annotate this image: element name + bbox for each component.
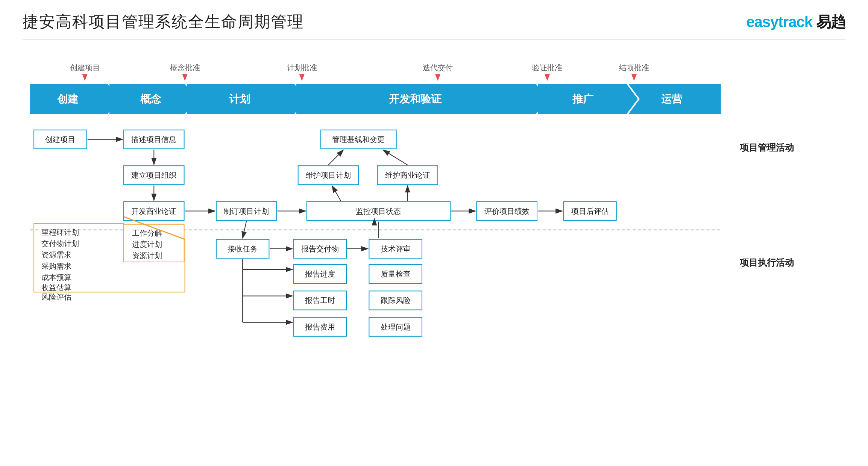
svg-text:风险评估: 风险评估 <box>41 293 71 301</box>
svg-text:质量检查: 质量检查 <box>381 270 411 278</box>
svg-text:计划批准: 计划批准 <box>287 64 317 72</box>
svg-text:资源计划: 资源计划 <box>132 251 162 260</box>
svg-text:交付物计划: 交付物计划 <box>41 239 79 248</box>
svg-line-44 <box>328 150 343 165</box>
svg-text:项目后评估: 项目后评估 <box>571 207 609 215</box>
svg-text:成本预算: 成本预算 <box>41 273 71 281</box>
svg-text:概念批准: 概念批准 <box>170 64 200 72</box>
svg-text:制订项目计划: 制订项目计划 <box>224 207 269 215</box>
svg-marker-11 <box>631 74 637 81</box>
svg-text:管理基线和变更: 管理基线和变更 <box>332 135 385 144</box>
svg-marker-3 <box>182 74 188 81</box>
svg-text:接收任务: 接收任务 <box>228 245 258 253</box>
svg-text:里程碑计划: 里程碑计划 <box>41 228 79 236</box>
svg-line-47 <box>383 150 408 165</box>
svg-text:报告进度: 报告进度 <box>305 270 335 278</box>
main-diagram: 创建项目 概念批准 计划批准 迭代交付 验证批准 结项批准 创建 概念 计划 开… <box>23 51 845 458</box>
page-title: 捷安高科项目管理系统全生命周期管理 <box>23 11 304 32</box>
logo: easytrack 易趋 <box>746 12 845 32</box>
svg-text:监控项目状态: 监控项目状态 <box>356 207 401 215</box>
svg-marker-5 <box>299 74 305 81</box>
svg-text:进度计划: 进度计划 <box>132 240 162 248</box>
page-container: 捷安高科项目管理系统全生命周期管理 easytrack 易趋 创建项目 概念批准… <box>0 0 868 466</box>
svg-text:处理问题: 处理问题 <box>381 323 411 331</box>
svg-text:收益估算: 收益估算 <box>41 283 71 292</box>
svg-text:创建项目: 创建项目 <box>70 64 100 72</box>
svg-text:建立项目组织: 建立项目组织 <box>131 171 176 179</box>
header: 捷安高科项目管理系统全生命周期管理 easytrack 易趋 <box>23 11 845 39</box>
svg-text:计划: 计划 <box>229 93 250 105</box>
svg-text:项目管理活动: 项目管理活动 <box>739 142 794 153</box>
svg-text:工作分解: 工作分解 <box>132 229 162 237</box>
svg-text:运营: 运营 <box>661 93 683 105</box>
svg-text:采购需求: 采购需求 <box>41 262 71 270</box>
svg-text:项目执行活动: 项目执行活动 <box>739 257 794 268</box>
svg-text:推广: 推广 <box>572 93 594 105</box>
svg-text:创建: 创建 <box>57 93 79 105</box>
svg-text:评价项目绩效: 评价项目绩效 <box>484 207 530 215</box>
svg-text:报告工时: 报告工时 <box>305 296 335 304</box>
svg-text:技术评审: 技术评审 <box>380 245 411 253</box>
svg-line-50 <box>332 186 341 201</box>
svg-text:开发和验证: 开发和验证 <box>388 93 442 105</box>
svg-text:维护项目计划: 维护项目计划 <box>306 171 351 179</box>
svg-text:开发商业论证: 开发商业论证 <box>131 207 176 215</box>
svg-marker-7 <box>435 74 440 81</box>
svg-text:验证批准: 验证批准 <box>532 64 562 72</box>
svg-text:跟踪风险: 跟踪风险 <box>381 296 411 304</box>
svg-text:迭代交付: 迭代交付 <box>423 64 453 72</box>
svg-text:概念: 概念 <box>140 93 162 105</box>
svg-text:资源需求: 资源需求 <box>41 251 71 259</box>
svg-text:维护商业论证: 维护商业论证 <box>385 171 430 179</box>
svg-marker-1 <box>82 74 88 81</box>
svg-text:描述项目信息: 描述项目信息 <box>131 135 176 144</box>
svg-text:报告交付物: 报告交付物 <box>301 245 339 253</box>
svg-text:报告费用: 报告费用 <box>305 323 335 331</box>
svg-text:结项批准: 结项批准 <box>619 64 649 72</box>
svg-text:创建项目: 创建项目 <box>45 135 75 144</box>
svg-marker-9 <box>545 74 550 81</box>
